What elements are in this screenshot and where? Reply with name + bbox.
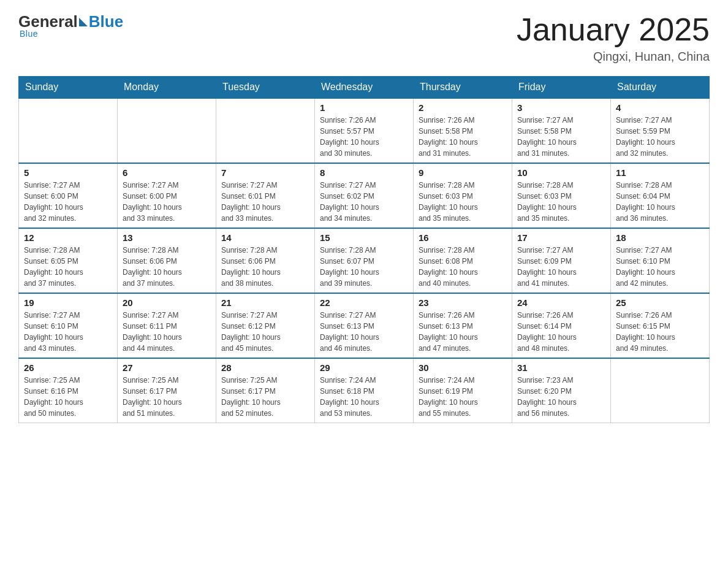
calendar-header-saturday: Saturday bbox=[611, 77, 710, 99]
calendar-header-monday: Monday bbox=[118, 77, 216, 99]
day-info: Sunrise: 7:28 AMSunset: 6:07 PMDaylight:… bbox=[320, 245, 408, 289]
day-info: Sunrise: 7:27 AMSunset: 6:02 PMDaylight:… bbox=[320, 180, 408, 224]
day-info: Sunrise: 7:27 AMSunset: 6:00 PMDaylight:… bbox=[24, 180, 112, 224]
day-info: Sunrise: 7:27 AMSunset: 6:00 PMDaylight:… bbox=[123, 180, 211, 224]
calendar-cell: 18Sunrise: 7:27 AMSunset: 6:10 PMDayligh… bbox=[611, 228, 710, 293]
logo-underline: Blue bbox=[20, 29, 38, 39]
day-info: Sunrise: 7:26 AMSunset: 6:15 PMDaylight:… bbox=[616, 310, 704, 354]
calendar-cell: 26Sunrise: 7:25 AMSunset: 6:16 PMDayligh… bbox=[19, 358, 118, 423]
day-number: 23 bbox=[419, 297, 507, 308]
day-number: 16 bbox=[419, 232, 507, 243]
day-info: Sunrise: 7:27 AMSunset: 5:58 PMDaylight:… bbox=[517, 115, 605, 159]
day-info: Sunrise: 7:26 AMSunset: 6:14 PMDaylight:… bbox=[517, 310, 605, 354]
day-number: 6 bbox=[123, 167, 211, 178]
calendar-cell: 19Sunrise: 7:27 AMSunset: 6:10 PMDayligh… bbox=[19, 293, 118, 358]
day-number: 8 bbox=[320, 167, 408, 178]
calendar-cell: 1Sunrise: 7:26 AMSunset: 5:57 PMDaylight… bbox=[315, 98, 414, 163]
title-block: January 2025 Qingxi, Hunan, China bbox=[517, 12, 710, 64]
day-info: Sunrise: 7:25 AMSunset: 6:17 PMDaylight:… bbox=[221, 375, 309, 419]
day-number: 24 bbox=[517, 297, 605, 308]
day-number: 19 bbox=[24, 297, 112, 308]
calendar-cell: 22Sunrise: 7:27 AMSunset: 6:13 PMDayligh… bbox=[315, 293, 414, 358]
logo-blue-text: Blue bbox=[89, 12, 123, 31]
day-info: Sunrise: 7:28 AMSunset: 6:04 PMDaylight:… bbox=[616, 180, 704, 224]
calendar-cell bbox=[216, 98, 315, 163]
day-number: 7 bbox=[221, 167, 309, 178]
day-number: 15 bbox=[320, 232, 408, 243]
day-info: Sunrise: 7:27 AMSunset: 6:10 PMDaylight:… bbox=[24, 310, 112, 354]
location-text: Qingxi, Hunan, China bbox=[517, 50, 710, 64]
month-title: January 2025 bbox=[517, 12, 710, 47]
day-number: 22 bbox=[320, 297, 408, 308]
calendar-cell: 30Sunrise: 7:24 AMSunset: 6:19 PMDayligh… bbox=[414, 358, 512, 423]
calendar-cell: 24Sunrise: 7:26 AMSunset: 6:14 PMDayligh… bbox=[512, 293, 611, 358]
calendar-header-wednesday: Wednesday bbox=[315, 77, 414, 99]
calendar-cell: 2Sunrise: 7:26 AMSunset: 5:58 PMDaylight… bbox=[414, 98, 512, 163]
calendar-cell: 31Sunrise: 7:23 AMSunset: 6:20 PMDayligh… bbox=[512, 358, 611, 423]
calendar-cell: 4Sunrise: 7:27 AMSunset: 5:59 PMDaylight… bbox=[611, 98, 710, 163]
day-number: 13 bbox=[123, 232, 211, 243]
day-info: Sunrise: 7:28 AMSunset: 6:06 PMDaylight:… bbox=[221, 245, 309, 289]
day-number: 9 bbox=[419, 167, 507, 178]
calendar-header-tuesday: Tuesday bbox=[216, 77, 315, 99]
page-header: General Blue Blue January 2025 Qingxi, H… bbox=[18, 12, 710, 64]
day-info: Sunrise: 7:27 AMSunset: 6:09 PMDaylight:… bbox=[517, 245, 605, 289]
calendar-table: SundayMondayTuesdayWednesdayThursdayFrid… bbox=[18, 76, 710, 423]
calendar-header-thursday: Thursday bbox=[414, 77, 512, 99]
day-info: Sunrise: 7:28 AMSunset: 6:06 PMDaylight:… bbox=[123, 245, 211, 289]
calendar-cell: 27Sunrise: 7:25 AMSunset: 6:17 PMDayligh… bbox=[118, 358, 216, 423]
calendar-cell: 13Sunrise: 7:28 AMSunset: 6:06 PMDayligh… bbox=[118, 228, 216, 293]
calendar-cell: 28Sunrise: 7:25 AMSunset: 6:17 PMDayligh… bbox=[216, 358, 315, 423]
day-number: 14 bbox=[221, 232, 309, 243]
calendar-cell: 20Sunrise: 7:27 AMSunset: 6:11 PMDayligh… bbox=[118, 293, 216, 358]
calendar-cell: 6Sunrise: 7:27 AMSunset: 6:00 PMDaylight… bbox=[118, 163, 216, 228]
day-number: 12 bbox=[24, 232, 112, 243]
calendar-cell: 9Sunrise: 7:28 AMSunset: 6:03 PMDaylight… bbox=[414, 163, 512, 228]
calendar-cell: 25Sunrise: 7:26 AMSunset: 6:15 PMDayligh… bbox=[611, 293, 710, 358]
calendar-cell: 23Sunrise: 7:26 AMSunset: 6:13 PMDayligh… bbox=[414, 293, 512, 358]
day-number: 1 bbox=[320, 102, 408, 113]
logo: General Blue Blue bbox=[18, 12, 123, 39]
calendar-cell: 14Sunrise: 7:28 AMSunset: 6:06 PMDayligh… bbox=[216, 228, 315, 293]
day-info: Sunrise: 7:26 AMSunset: 5:57 PMDaylight:… bbox=[320, 115, 408, 159]
day-number: 30 bbox=[419, 362, 507, 373]
day-number: 27 bbox=[123, 362, 211, 373]
calendar-cell: 8Sunrise: 7:27 AMSunset: 6:02 PMDaylight… bbox=[315, 163, 414, 228]
day-number: 26 bbox=[24, 362, 112, 373]
calendar-week-row: 5Sunrise: 7:27 AMSunset: 6:00 PMDaylight… bbox=[19, 163, 710, 228]
day-number: 3 bbox=[517, 102, 605, 113]
day-number: 17 bbox=[517, 232, 605, 243]
day-info: Sunrise: 7:25 AMSunset: 6:16 PMDaylight:… bbox=[24, 375, 112, 419]
day-number: 25 bbox=[616, 297, 704, 308]
day-info: Sunrise: 7:24 AMSunset: 6:18 PMDaylight:… bbox=[320, 375, 408, 419]
day-info: Sunrise: 7:24 AMSunset: 6:19 PMDaylight:… bbox=[419, 375, 507, 419]
day-number: 20 bbox=[123, 297, 211, 308]
day-info: Sunrise: 7:27 AMSunset: 6:01 PMDaylight:… bbox=[221, 180, 309, 224]
calendar-cell: 21Sunrise: 7:27 AMSunset: 6:12 PMDayligh… bbox=[216, 293, 315, 358]
calendar-cell: 16Sunrise: 7:28 AMSunset: 6:08 PMDayligh… bbox=[414, 228, 512, 293]
calendar-cell: 29Sunrise: 7:24 AMSunset: 6:18 PMDayligh… bbox=[315, 358, 414, 423]
calendar-cell: 17Sunrise: 7:27 AMSunset: 6:09 PMDayligh… bbox=[512, 228, 611, 293]
calendar-cell: 3Sunrise: 7:27 AMSunset: 5:58 PMDaylight… bbox=[512, 98, 611, 163]
day-info: Sunrise: 7:23 AMSunset: 6:20 PMDaylight:… bbox=[517, 375, 605, 419]
calendar-cell: 12Sunrise: 7:28 AMSunset: 6:05 PMDayligh… bbox=[19, 228, 118, 293]
day-number: 18 bbox=[616, 232, 704, 243]
calendar-header-sunday: Sunday bbox=[19, 77, 118, 99]
day-info: Sunrise: 7:25 AMSunset: 6:17 PMDaylight:… bbox=[123, 375, 211, 419]
day-number: 5 bbox=[24, 167, 112, 178]
day-info: Sunrise: 7:28 AMSunset: 6:05 PMDaylight:… bbox=[24, 245, 112, 289]
calendar-cell: 10Sunrise: 7:28 AMSunset: 6:03 PMDayligh… bbox=[512, 163, 611, 228]
day-info: Sunrise: 7:28 AMSunset: 6:03 PMDaylight:… bbox=[517, 180, 605, 224]
calendar-cell: 15Sunrise: 7:28 AMSunset: 6:07 PMDayligh… bbox=[315, 228, 414, 293]
calendar-header-row: SundayMondayTuesdayWednesdayThursdayFrid… bbox=[19, 77, 710, 99]
day-info: Sunrise: 7:26 AMSunset: 6:13 PMDaylight:… bbox=[419, 310, 507, 354]
day-info: Sunrise: 7:28 AMSunset: 6:03 PMDaylight:… bbox=[419, 180, 507, 224]
calendar-week-row: 19Sunrise: 7:27 AMSunset: 6:10 PMDayligh… bbox=[19, 293, 710, 358]
calendar-header-friday: Friday bbox=[512, 77, 611, 99]
logo-arrow-icon bbox=[79, 18, 88, 26]
calendar-week-row: 1Sunrise: 7:26 AMSunset: 5:57 PMDaylight… bbox=[19, 98, 710, 163]
day-number: 21 bbox=[221, 297, 309, 308]
day-info: Sunrise: 7:27 AMSunset: 6:13 PMDaylight:… bbox=[320, 310, 408, 354]
calendar-cell bbox=[118, 98, 216, 163]
day-info: Sunrise: 7:27 AMSunset: 6:10 PMDaylight:… bbox=[616, 245, 704, 289]
